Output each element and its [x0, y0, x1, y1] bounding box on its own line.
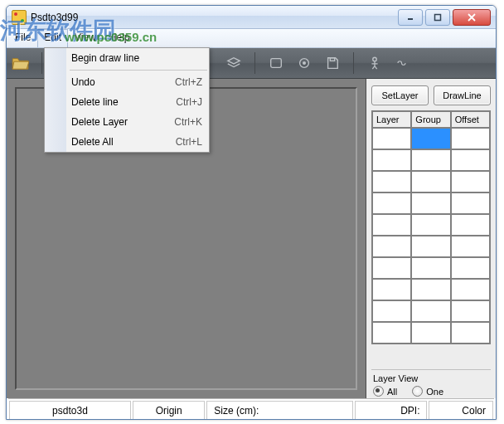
set-layer-button[interactable]: SetLayer — [371, 85, 429, 105]
infinity-icon[interactable] — [394, 54, 412, 72]
app-icon — [12, 10, 27, 25]
target-icon[interactable] — [295, 54, 313, 72]
table-row — [372, 257, 490, 279]
table-row — [372, 236, 490, 257]
menu-undo[interactable]: UndoCtrl+Z — [45, 72, 209, 92]
edit-menu-dropdown: Begin draw line UndoCtrl+Z Delete lineCt… — [44, 47, 210, 153]
menu-edit[interactable]: Edit — [37, 29, 68, 47]
status-bar: psdto3d Origin Size (cm): DPI: Color — [8, 398, 494, 420]
table-row — [372, 149, 490, 171]
radio-all[interactable]: All — [373, 386, 397, 397]
status-origin: Origin — [133, 401, 205, 420]
col-layer[interactable]: Layer — [372, 111, 411, 128]
menu-view[interactable]: View — [68, 29, 103, 47]
svg-rect-1 — [435, 14, 441, 20]
table-row — [372, 214, 490, 236]
menu-delete-layer[interactable]: Delete LayerCtrl+K — [45, 112, 209, 132]
side-panel: SetLayer DrawLine Layer Group Offset — [366, 79, 496, 398]
table-row — [372, 322, 490, 344]
save-icon[interactable] — [323, 54, 342, 72]
col-offset[interactable]: Offset — [451, 111, 490, 128]
layer-view-title: Layer View — [373, 373, 489, 383]
window-title: Psdto3d99 — [31, 12, 398, 23]
title-bar[interactable]: Psdto3d99 — [7, 6, 496, 29]
table-row — [372, 193, 490, 214]
selected-cell[interactable] — [411, 128, 450, 149]
table-row — [372, 279, 490, 300]
table-row — [372, 171, 490, 193]
layer-table[interactable]: Layer Group Offset — [371, 110, 491, 344]
status-size: Size (cm): — [206, 401, 353, 420]
draw-line-button[interactable]: DrawLine — [434, 85, 491, 105]
rectangle-icon[interactable] — [267, 54, 285, 72]
minimize-button[interactable] — [398, 9, 423, 26]
menu-begin-draw-line[interactable]: Begin draw line — [45, 48, 209, 68]
col-group[interactable]: Group — [411, 111, 450, 128]
maximize-button[interactable] — [425, 9, 450, 26]
layer-view-panel: Layer View All One — [371, 369, 491, 398]
layers-icon[interactable] — [225, 54, 243, 72]
svg-rect-2 — [271, 59, 282, 68]
menu-delete-all[interactable]: Delete AllCtrl+L — [45, 132, 209, 152]
status-dpi: DPI: — [355, 401, 427, 420]
person-icon[interactable] — [366, 54, 384, 72]
menu-delete-line[interactable]: Delete lineCtrl+J — [45, 92, 209, 112]
radio-one[interactable]: One — [412, 386, 443, 397]
status-app: psdto3d — [9, 401, 131, 420]
open-file-icon[interactable] — [12, 54, 30, 72]
status-color: Color — [429, 401, 493, 420]
svg-point-4 — [303, 62, 306, 65]
menu-bar: File Edit View Help — [7, 29, 496, 48]
menu-help[interactable]: Help — [103, 29, 137, 47]
app-window: Psdto3d99 File Edit View Help SetLa — [6, 5, 497, 420]
table-row — [372, 128, 490, 149]
svg-point-6 — [373, 57, 377, 61]
menu-file[interactable]: File — [8, 29, 37, 47]
close-button[interactable] — [453, 9, 491, 26]
svg-rect-5 — [330, 58, 334, 61]
table-row — [372, 300, 490, 322]
